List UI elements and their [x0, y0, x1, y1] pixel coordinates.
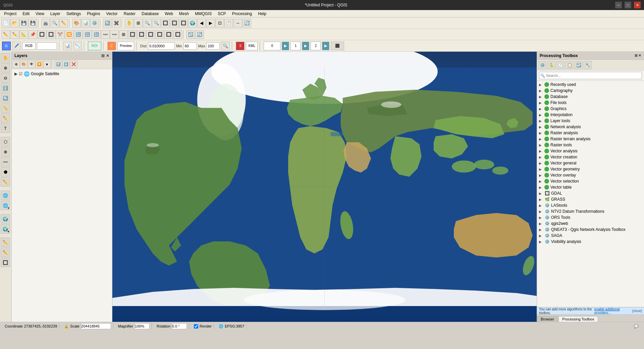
maximize-button[interactable]: □: [625, 2, 631, 8]
pt-history-btn[interactable]: 🕐: [556, 61, 565, 69]
digitize19-button[interactable]: 🔲: [164, 30, 173, 39]
pt-tree-item-grass[interactable]: ▶🌿GRASS: [537, 196, 644, 202]
pt-tree-item-interpolation[interactable]: ▶Interpolation: [537, 112, 644, 118]
zoom-in-button[interactable]: 🔍: [143, 19, 152, 28]
pt-tree-item-raster_tools[interactable]: ▶Raster tools: [537, 142, 644, 148]
annotate-tool-btn[interactable]: ✏️: [1, 113, 10, 123]
digitize8-button[interactable]: 🔀: [65, 30, 73, 39]
pt-tree-item-gdal[interactable]: ▶🔲GDAL: [537, 190, 644, 196]
digitize6-button[interactable]: 🔲: [47, 30, 55, 39]
close-button[interactable]: ✕: [634, 2, 641, 8]
digitize9-button[interactable]: 🔣: [74, 30, 83, 39]
menu-item-view[interactable]: View: [33, 11, 47, 17]
pt-tree-item-saga[interactable]: ▶⚙️SAGA: [537, 233, 644, 239]
pt-tree-item-vector_creation[interactable]: ▶Vector creation: [537, 154, 644, 160]
pt-tree-item-graphics[interactable]: ▶Graphics: [537, 106, 644, 112]
digitize1-button[interactable]: ✏️: [1, 30, 10, 39]
select-tool-btn[interactable]: ↖️: [1, 93, 10, 103]
edit-feature-btn[interactable]: ✏️: [1, 177, 10, 187]
scp-tool-btn3[interactable]: 🔲: [1, 258, 10, 267]
menu-item-help[interactable]: Help: [255, 11, 269, 17]
class-btn[interactable]: C: [107, 42, 116, 50]
scp-tool-btn[interactable]: ✏️: [1, 238, 10, 247]
pt-tree-item-vector_selection[interactable]: ▶Vector selection: [537, 178, 644, 184]
zoom-all-button[interactable]: 🌍: [188, 19, 197, 28]
menu-item-vector[interactable]: Vector: [104, 11, 120, 17]
menu-item-database[interactable]: Database: [139, 11, 161, 17]
pt-tree-item-database[interactable]: ▶Database: [537, 94, 644, 100]
menu-item-plugins[interactable]: Plugins: [84, 11, 103, 17]
undo-button[interactable]: ↩️: [186, 30, 195, 39]
print-layout-button[interactable]: 🖨️: [41, 19, 50, 28]
raster-btn2[interactable]: 🖊️: [12, 42, 21, 50]
field-calc-button[interactable]: ⚙️: [90, 19, 99, 28]
zoom-native-button[interactable]: ⊡: [215, 19, 224, 28]
minimize-button[interactable]: ─: [615, 2, 622, 8]
georef-button[interactable]: ✏️: [59, 19, 68, 28]
scp-tool-btn2[interactable]: ✏️: [1, 248, 10, 257]
save-as-button[interactable]: 💾: [29, 19, 37, 28]
scale-input[interactable]: [81, 323, 111, 329]
plugin-tool-btn2[interactable]: 🌐▼: [1, 201, 10, 210]
layer-style-mgr-btn[interactable]: 🎨: [20, 61, 28, 68]
sync-views-button[interactable]: ↔️: [233, 19, 242, 28]
pt-config-btn[interactable]: 🔧: [584, 61, 592, 69]
move-up-btn[interactable]: ⬆️: [55, 61, 62, 68]
zoom-rubber-button[interactable]: 🔲: [161, 19, 170, 28]
layers-close-btn[interactable]: ✕: [106, 53, 109, 58]
pt-results-btn[interactable]: 📋: [566, 61, 574, 69]
zoom-in-tool-btn[interactable]: ⊕: [1, 63, 10, 72]
digitize18-button[interactable]: 🔲: [155, 30, 164, 39]
zoom-out-tool-btn[interactable]: ⊖: [1, 73, 10, 83]
add-line-btn[interactable]: 〰️: [1, 157, 10, 166]
pt-tree-item-qgis2web[interactable]: ▶⚙️qgis2web: [537, 220, 644, 227]
rotation-input[interactable]: [172, 323, 187, 329]
digitize10-button[interactable]: 🔣: [83, 30, 92, 39]
layers-dock-btn[interactable]: ⊞: [101, 53, 105, 58]
digitize11-button[interactable]: 🔣: [92, 30, 101, 39]
num6-btn[interactable]: ▶: [322, 42, 329, 50]
zoom-next-button[interactable]: ▶: [206, 19, 215, 28]
digitize15-button[interactable]: 🔲: [128, 30, 137, 39]
pt-tree-item-raster_terrain[interactable]: ▶Raster terrain analysis: [537, 136, 644, 142]
redo-button[interactable]: ↪️: [195, 30, 204, 39]
num5-btn[interactable]: 2: [311, 42, 321, 50]
pan-map-button[interactable]: ✋: [125, 19, 133, 28]
menu-item-settings[interactable]: Settings: [64, 11, 84, 17]
menu-item-edit[interactable]: Edit: [20, 11, 32, 17]
profile-btn[interactable]: 📊: [63, 42, 72, 50]
identify-button[interactable]: 🔍: [50, 19, 59, 28]
zoom-out-button[interactable]: 🔍: [152, 19, 161, 28]
pt-tree-item-vector_analysis[interactable]: ▶Vector analysis: [537, 148, 644, 154]
pt-tree-item-qneat3[interactable]: ▶⚙️QNEAT3 - Qgis Network Analysis Toolbo…: [537, 227, 644, 233]
menu-item-mesh[interactable]: Mesh: [176, 11, 192, 17]
max-input[interactable]: [206, 42, 220, 50]
roi-btn[interactable]: ROI: [88, 42, 101, 50]
open-project-button[interactable]: 📂: [10, 19, 19, 28]
kml-btn[interactable]: KML: [246, 42, 258, 50]
pt-dock-btn[interactable]: ⊞: [635, 53, 638, 58]
toggle-visibility-btn[interactable]: 👁️: [28, 61, 35, 68]
config-btn[interactable]: ⬛: [331, 42, 344, 50]
digitize-tool-btn[interactable]: ⬡: [1, 137, 10, 146]
pt-tree-item-vector_geometry[interactable]: ▶Vector geometry: [537, 166, 644, 172]
menu-item-processing[interactable]: Processing: [229, 11, 255, 17]
pan-tool-btn[interactable]: ✋: [1, 53, 10, 62]
digitize7-button[interactable]: ✂️: [56, 30, 64, 39]
digitize17-button[interactable]: 🔲: [146, 30, 155, 39]
pt-tree-item-ntv2[interactable]: ▶⚙️NTV2 Datum Transformations: [537, 208, 644, 214]
num1-btn[interactable]: 0: [264, 42, 280, 50]
attrs-button[interactable]: 📊: [81, 19, 90, 28]
text-tool-btn[interactable]: T: [1, 123, 10, 133]
crs-display[interactable]: 🌐 EPSG:3857: [217, 324, 247, 329]
plugin-tool-btn1[interactable]: 🌐: [1, 191, 10, 200]
deselect-button[interactable]: ✖️: [112, 19, 121, 28]
new-project-button[interactable]: 📄: [1, 19, 10, 28]
pt-tree-item-network_analysis[interactable]: ▶Network analysis: [537, 124, 644, 130]
menu-item-scp[interactable]: SCP: [215, 11, 229, 17]
num2-btn[interactable]: ▶: [282, 42, 289, 50]
pt-close-btn[interactable]: ✕: [638, 53, 641, 58]
remove-layer-btn[interactable]: ❌: [70, 61, 77, 68]
digitize2-button[interactable]: ✏️: [10, 30, 19, 39]
refresh-button[interactable]: 🔄: [243, 19, 251, 28]
